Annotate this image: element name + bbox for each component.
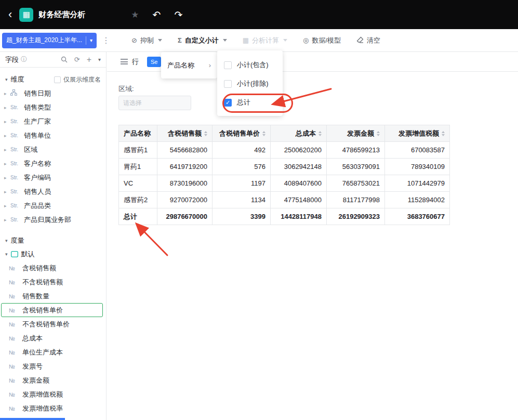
fields-title: 字段 bbox=[5, 55, 19, 64]
dimensions-section-header[interactable]: ▾ 维度 仅展示维度名 bbox=[0, 73, 106, 86]
sort-icon[interactable] bbox=[377, 131, 380, 136]
subject-dropdown[interactable]: 题_财务主题_2020上半年... ▾ bbox=[2, 33, 97, 48]
dimension-item[interactable]: ▸ Str. 生产厂家 bbox=[0, 114, 106, 128]
measure-item[interactable]: № 单位生产成本 bbox=[1, 345, 103, 359]
dimension-item[interactable]: ▸ 销售日期 bbox=[0, 86, 106, 100]
menu-item-grand-total[interactable]: ✓ 总计 bbox=[217, 93, 283, 112]
checkbox[interactable] bbox=[224, 80, 232, 88]
column-header[interactable]: 总成本 bbox=[271, 125, 327, 142]
target-icon: ◎ bbox=[303, 36, 309, 44]
fields-header: 字段 ⓘ ⟳ + ▾ bbox=[0, 52, 106, 68]
menu-item-subtotal-include[interactable]: 小计(包含) bbox=[217, 56, 283, 74]
table-row[interactable]: 感冒药2 9270072000 1134 4775148000 81171779… bbox=[119, 192, 450, 208]
expand-arrow-icon[interactable]: ▸ bbox=[4, 189, 10, 194]
column-header[interactable]: 发票金额 bbox=[327, 125, 385, 142]
sort-icon[interactable] bbox=[318, 131, 322, 136]
add-field-icon[interactable]: + bbox=[87, 56, 91, 64]
column-header-label: 发票金额 bbox=[347, 129, 374, 138]
date-hierarchy-icon bbox=[10, 89, 24, 97]
group-label: 默认 bbox=[21, 250, 35, 259]
table-row[interactable]: 胃药1 6419719200 576 3062942148 5630379091… bbox=[119, 159, 450, 175]
subtotal-submenu: 小计(包含) 小计(排除) ✓ 总计 bbox=[217, 50, 283, 116]
measure-item[interactable]: № 含税销售额 bbox=[1, 261, 103, 275]
table-row[interactable]: VC 8730196000 1197 4089407600 7658753021… bbox=[119, 175, 450, 192]
table-total-row[interactable]: 总计 29876670000 3399 14428117948 26192909… bbox=[119, 208, 450, 225]
cell-value: 576 bbox=[212, 159, 271, 175]
dimension-item[interactable]: ▸ Str. 区域 bbox=[0, 142, 106, 156]
sort-icon[interactable] bbox=[204, 131, 207, 136]
redo-icon[interactable]: ↷ bbox=[175, 9, 183, 21]
column-header[interactable]: 含税销售单价 bbox=[212, 125, 271, 142]
expand-arrow-icon[interactable]: ▸ bbox=[4, 91, 10, 96]
cell-value: 2500620200 bbox=[271, 142, 327, 159]
search-icon[interactable] bbox=[61, 56, 68, 63]
expand-arrow-icon[interactable]: ▸ bbox=[4, 203, 10, 208]
sort-icon[interactable] bbox=[442, 131, 445, 136]
column-header[interactable]: 产品名称 bbox=[119, 125, 157, 142]
checkbox-checked[interactable]: ✓ bbox=[224, 99, 232, 107]
custom-subtotal-button[interactable]: Σ 自定义小计 bbox=[178, 36, 227, 45]
measure-item[interactable]: № 发票金额 bbox=[1, 373, 103, 387]
kebab-menu-icon[interactable]: ⋮ bbox=[102, 35, 111, 45]
column-header[interactable]: 含税销售额 bbox=[157, 125, 212, 142]
measure-label: 单位生产成本 bbox=[22, 348, 63, 357]
measure-group-default[interactable]: ▾ 默认 bbox=[0, 247, 106, 261]
expand-arrow-icon[interactable]: ▸ bbox=[4, 133, 10, 138]
cell-value: 3683760677 bbox=[385, 208, 450, 225]
measures-section-header[interactable]: ▾ 度量 bbox=[0, 234, 106, 247]
show-dim-names-checkbox[interactable]: 仅展示维度名 bbox=[54, 75, 101, 84]
measure-item[interactable]: № 发票增值税率 bbox=[1, 401, 103, 415]
clear-button[interactable]: 清空 bbox=[356, 36, 380, 45]
data-model-button[interactable]: ◎ 数据/模型 bbox=[303, 36, 341, 45]
column-header[interactable]: 发票增值税额 bbox=[385, 125, 450, 142]
measures-title: 度量 bbox=[11, 236, 24, 245]
undo-icon[interactable]: ↶ bbox=[153, 9, 161, 21]
field-chip[interactable]: Se bbox=[147, 57, 161, 67]
expand-arrow-icon[interactable]: ▸ bbox=[4, 217, 10, 222]
chevron-down-icon bbox=[283, 39, 287, 42]
dimension-label: 区域 bbox=[24, 145, 37, 154]
measure-item[interactable]: № 发票增值税额 bbox=[1, 387, 103, 401]
expand-arrow-icon[interactable]: ▸ bbox=[4, 147, 10, 152]
dimension-item[interactable]: ▸ Str. 产品归属业务部 bbox=[0, 213, 106, 227]
measure-item[interactable]: № 不含税销售额 bbox=[1, 275, 103, 289]
result-table: 产品名称 含税销售额 含税销售单价 总成本 发票金额 发票增值税额 感冒药1 5… bbox=[118, 125, 450, 225]
dimension-item[interactable]: ▸ Str. 客户编码 bbox=[0, 170, 106, 185]
menu-item-label: 小计(排除) bbox=[237, 79, 269, 88]
measure-item-selected[interactable]: № 含税销售单价 bbox=[1, 303, 103, 317]
measure-item[interactable]: № 销售数量 bbox=[1, 289, 103, 303]
checkbox[interactable] bbox=[224, 61, 232, 69]
cell-product: 感冒药1 bbox=[119, 142, 157, 159]
sort-icon[interactable] bbox=[262, 131, 265, 136]
dimension-item[interactable]: ▸ Str. 销售人员 bbox=[0, 185, 106, 199]
measure-item[interactable]: № 不含税销售单价 bbox=[1, 317, 103, 331]
cell-value: 1134 bbox=[212, 192, 271, 208]
expand-arrow-icon[interactable]: ▸ bbox=[4, 119, 10, 124]
analysis-calc-button: ▦ 分析计算 bbox=[243, 36, 287, 45]
dimension-item[interactable]: ▸ Str. 产品品类 bbox=[0, 199, 106, 213]
suppress-button[interactable]: ⊘ 抑制 bbox=[131, 36, 162, 45]
measure-label: 总成本 bbox=[22, 334, 43, 343]
favorite-star-icon[interactable]: ★ bbox=[131, 9, 139, 20]
measure-label: 销售数量 bbox=[22, 292, 49, 301]
horizontal-scrollbar-thumb[interactable] bbox=[0, 418, 65, 420]
table-row[interactable]: 感冒药1 5456682800 492 2500620200 478659921… bbox=[119, 142, 450, 159]
expand-arrow-icon[interactable]: ▸ bbox=[4, 161, 10, 166]
dimension-item[interactable]: ▸ Str. 销售类型 bbox=[0, 100, 106, 114]
measure-item[interactable]: № 总成本 bbox=[1, 331, 103, 345]
back-icon[interactable]: ‹ bbox=[8, 8, 12, 21]
dimension-item[interactable]: ▸ Str. 销售单位 bbox=[0, 128, 106, 142]
cell-value: 4089407600 bbox=[271, 175, 327, 192]
expand-arrow-icon[interactable]: ▸ bbox=[4, 175, 10, 180]
column-header-label: 含税销售单价 bbox=[219, 129, 260, 138]
chevron-down-icon[interactable]: ▾ bbox=[98, 57, 101, 62]
menu-item-subtotal-exclude[interactable]: 小计(排除) bbox=[217, 74, 283, 93]
expand-arrow-icon[interactable]: ▸ bbox=[4, 105, 10, 110]
measure-item[interactable]: № 发票号 bbox=[1, 359, 103, 373]
region-filter-select[interactable] bbox=[118, 96, 191, 110]
menu-item-label: 总计 bbox=[237, 98, 250, 107]
dimension-item[interactable]: ▸ Str. 客户名称 bbox=[0, 156, 106, 170]
refresh-icon[interactable]: ⟳ bbox=[74, 56, 80, 63]
checkbox[interactable] bbox=[54, 76, 61, 83]
menu-item-product-name[interactable]: 产品名称 › bbox=[161, 61, 217, 70]
